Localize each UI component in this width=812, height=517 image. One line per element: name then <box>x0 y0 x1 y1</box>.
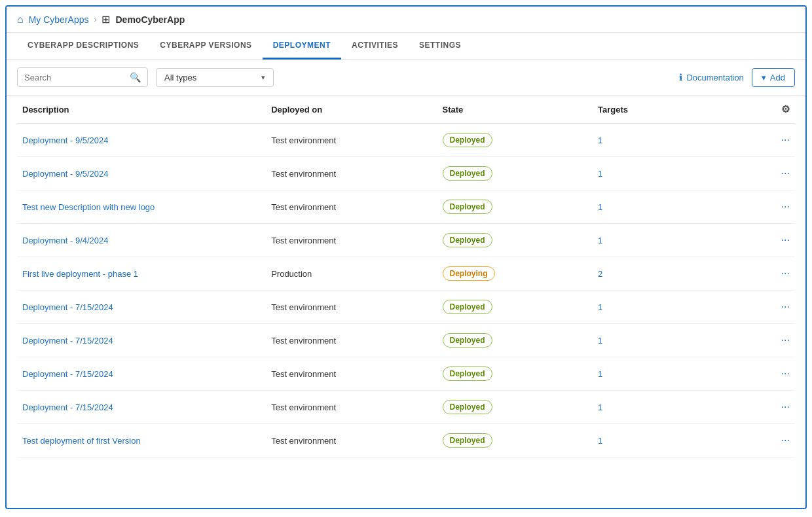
add-label: Add <box>770 73 785 82</box>
state-badge: Deployed <box>443 333 492 348</box>
cell-state: Deployed <box>437 291 593 324</box>
cell-deployed-on: Test environment <box>266 224 437 257</box>
documentation-link[interactable]: ℹ Documentation <box>679 72 743 82</box>
cell-targets: 1 <box>593 224 733 257</box>
cell-state: Deployed <box>437 424 593 457</box>
targets-count[interactable]: 1 <box>598 236 602 245</box>
description-link[interactable]: Deployment - 7/15/2024 <box>22 369 113 379</box>
cell-targets: 1 <box>593 157 733 190</box>
more-options-icon[interactable]: ··· <box>738 234 790 246</box>
gear-icon[interactable]: ⚙ <box>781 103 790 115</box>
targets-count[interactable]: 1 <box>598 436 602 446</box>
cell-actions: ··· <box>733 124 795 157</box>
more-options-icon[interactable]: ··· <box>738 301 790 313</box>
tab-descriptions[interactable]: CYBERAPP DESCRIPTIONS <box>17 33 149 60</box>
cell-deployed-on: Test environment <box>266 424 437 457</box>
breadcrumb: ⌂ My CyberApps › ⊞ DemoCyberApp <box>7 7 805 33</box>
description-link[interactable]: Deployment - 9/4/2024 <box>22 236 109 245</box>
info-icon: ℹ <box>679 72 682 82</box>
tab-settings[interactable]: SETTINGS <box>409 33 471 60</box>
more-options-icon[interactable]: ··· <box>738 134 790 146</box>
cell-deployed-on: Test environment <box>266 190 437 224</box>
table-row: Test new Description with new logo Test … <box>17 190 795 224</box>
more-options-icon[interactable]: ··· <box>738 168 790 179</box>
type-filter-dropdown[interactable]: All types ▾ <box>156 68 274 87</box>
state-badge: Deployed <box>443 433 492 448</box>
cell-state: Deploying <box>437 257 593 291</box>
tab-versions[interactable]: CYBERAPP VERSIONS <box>149 33 262 60</box>
targets-count[interactable]: 1 <box>598 135 602 145</box>
search-input[interactable] <box>24 73 126 82</box>
add-button[interactable]: ▾ Add <box>752 68 795 87</box>
cell-actions: ··· <box>733 257 795 291</box>
more-options-icon[interactable]: ··· <box>738 368 790 380</box>
more-options-icon[interactable]: ··· <box>738 334 790 346</box>
state-badge: Deployed <box>443 200 492 214</box>
chevron-down-icon-add: ▾ <box>762 73 766 82</box>
targets-count[interactable]: 1 <box>598 202 602 212</box>
breadcrumb-separator: › <box>94 15 96 24</box>
cell-targets: 1 <box>593 124 733 157</box>
more-options-icon[interactable]: ··· <box>738 435 790 446</box>
cell-deployed-on: Test environment <box>266 324 437 357</box>
cell-description: First live deployment - phase 1 <box>17 257 266 291</box>
cell-state: Deployed <box>437 157 593 190</box>
col-header-targets: Targets <box>593 96 733 124</box>
cell-description: Deployment - 7/15/2024 <box>17 357 266 391</box>
cell-deployed-on: Test environment <box>266 124 437 157</box>
cell-targets: 1 <box>593 324 733 357</box>
cell-deployed-on: Production <box>266 257 437 291</box>
cell-description: Deployment - 7/15/2024 <box>17 391 266 424</box>
cell-deployed-on: Test environment <box>266 157 437 190</box>
deployments-table: Description Deployed on State Targets ⚙ … <box>17 96 795 457</box>
cell-actions: ··· <box>733 424 795 457</box>
description-link[interactable]: Deployment - 9/5/2024 <box>22 135 109 145</box>
description-link[interactable]: Test deployment of first Version <box>22 436 141 446</box>
description-link[interactable]: Deployment - 9/5/2024 <box>22 169 109 179</box>
table-row: Deployment - 7/15/2024 Test environment … <box>17 324 795 357</box>
targets-count[interactable]: 1 <box>598 169 602 179</box>
cell-actions: ··· <box>733 190 795 224</box>
table-row: First live deployment - phase 1 Producti… <box>17 257 795 291</box>
tab-activities[interactable]: ACTIVITIES <box>341 33 409 60</box>
targets-count[interactable]: 1 <box>598 402 602 412</box>
targets-count[interactable]: 2 <box>598 269 602 279</box>
cell-state: Deployed <box>437 124 593 157</box>
col-header-deployed-on: Deployed on <box>266 96 437 124</box>
col-header-actions[interactable]: ⚙ <box>733 96 795 124</box>
description-link[interactable]: Deployment - 7/15/2024 <box>22 402 113 412</box>
tab-deployment[interactable]: DEPLOYMENT <box>263 33 341 60</box>
breadcrumb-home-link[interactable]: My CyberApps <box>29 14 89 25</box>
cell-actions: ··· <box>733 291 795 324</box>
breadcrumb-current: DemoCyberApp <box>115 14 185 25</box>
cell-deployed-on: Test environment <box>266 357 437 391</box>
cell-description: Deployment - 9/4/2024 <box>17 224 266 257</box>
cell-deployed-on: Test environment <box>266 391 437 424</box>
targets-count[interactable]: 1 <box>598 302 602 312</box>
filter-label: All types <box>164 73 196 82</box>
table-row: Deployment - 7/15/2024 Test environment … <box>17 391 795 424</box>
targets-count[interactable]: 1 <box>598 369 602 379</box>
description-link[interactable]: Deployment - 7/15/2024 <box>22 336 113 346</box>
description-link[interactable]: Test new Description with new logo <box>22 202 155 212</box>
cell-actions: ··· <box>733 224 795 257</box>
chevron-down-icon: ▾ <box>261 73 265 82</box>
table-row: Deployment - 9/5/2024 Test environment D… <box>17 124 795 157</box>
cell-targets: 1 <box>593 391 733 424</box>
cell-state: Deployed <box>437 391 593 424</box>
search-box[interactable]: 🔍 <box>17 67 148 87</box>
table-row: Deployment - 9/4/2024 Test environment D… <box>17 224 795 257</box>
description-link[interactable]: Deployment - 7/15/2024 <box>22 302 113 312</box>
targets-count[interactable]: 1 <box>598 336 602 346</box>
state-badge: Deploying <box>443 266 495 281</box>
table-row: Test deployment of first Version Test en… <box>17 424 795 457</box>
state-badge: Deployed <box>443 133 492 147</box>
cell-description: Test new Description with new logo <box>17 190 266 224</box>
description-link[interactable]: First live deployment - phase 1 <box>22 269 138 279</box>
more-options-icon[interactable]: ··· <box>738 201 790 213</box>
cell-actions: ··· <box>733 157 795 190</box>
more-options-icon[interactable]: ··· <box>738 401 790 413</box>
more-options-icon[interactable]: ··· <box>738 268 790 279</box>
documentation-label: Documentation <box>686 73 743 82</box>
state-badge: Deployed <box>443 300 492 314</box>
